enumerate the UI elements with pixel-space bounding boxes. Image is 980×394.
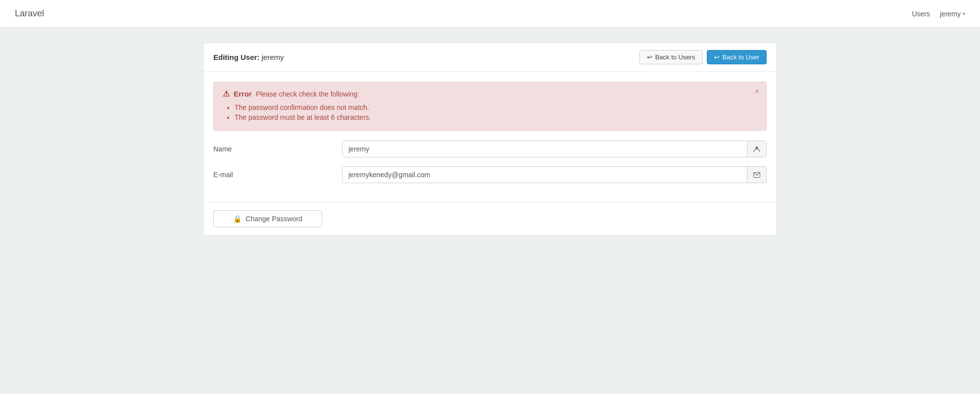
- navbar-brand: Laravel: [15, 8, 44, 19]
- change-password-button[interactable]: 🔒 Change Password: [213, 210, 322, 227]
- back-to-user-button[interactable]: ↩ Back to User: [707, 50, 767, 64]
- alert-error-list: The password confirmation does not match…: [223, 103, 757, 121]
- name-input-group: [342, 141, 767, 157]
- card-title: Editing User: jeremy: [213, 53, 284, 61]
- name-input[interactable]: [343, 141, 747, 157]
- main-card: Editing User: jeremy ↩ Back to Users ↩ B…: [203, 43, 777, 236]
- email-input-group: [342, 166, 767, 183]
- lock-icon: 🔒: [233, 215, 242, 223]
- card-body: ⚠ Error Please check check the following…: [203, 72, 777, 202]
- back-arrow-icon: ↩: [647, 53, 652, 61]
- alert-error-item-2: The password must be at least 6 characte…: [235, 113, 757, 121]
- user-icon: [747, 141, 766, 157]
- name-form-group: Name: [213, 141, 767, 157]
- change-password-label: Change Password: [245, 215, 302, 223]
- email-form-group: E-mail: [213, 166, 767, 183]
- email-icon: [747, 167, 766, 183]
- back-to-users-button[interactable]: ↩ Back to Users: [639, 50, 703, 64]
- navbar-link-users[interactable]: Users: [912, 10, 930, 18]
- navbar: Laravel Users jeremy ▾: [0, 0, 980, 28]
- back-to-users-label: Back to Users: [655, 53, 695, 61]
- card-username: jeremy: [262, 53, 284, 61]
- alert-message: Please check check the following:: [256, 90, 359, 98]
- back-arrow-icon2: ↩: [714, 53, 720, 61]
- alert-close-button[interactable]: ×: [755, 87, 759, 96]
- card-header: Editing User: jeremy ↩ Back to Users ↩ B…: [203, 43, 777, 72]
- name-label: Name: [213, 145, 342, 153]
- back-to-user-label: Back to User: [723, 53, 759, 61]
- card-footer: 🔒 Change Password: [203, 202, 777, 235]
- page-content: Editing User: jeremy ↩ Back to Users ↩ B…: [193, 43, 787, 236]
- alert-header: ⚠ Error Please check check the following…: [223, 89, 757, 98]
- svg-point-0: [756, 147, 758, 149]
- error-alert: ⚠ Error Please check check the following…: [213, 82, 767, 131]
- alert-warning-icon: ⚠: [223, 89, 230, 98]
- dropdown-caret-icon: ▾: [963, 11, 965, 16]
- alert-title-bold: Error: [234, 90, 252, 98]
- navbar-username: jeremy: [940, 10, 961, 18]
- card-title-prefix: Editing User:: [213, 53, 259, 61]
- navbar-right: Users jeremy ▾: [912, 10, 965, 18]
- email-label: E-mail: [213, 171, 342, 179]
- navbar-user-menu[interactable]: jeremy ▾: [940, 10, 965, 18]
- email-input[interactable]: [343, 167, 747, 183]
- card-header-buttons: ↩ Back to Users ↩ Back to User: [639, 50, 767, 64]
- alert-error-item-1: The password confirmation does not match…: [235, 103, 757, 111]
